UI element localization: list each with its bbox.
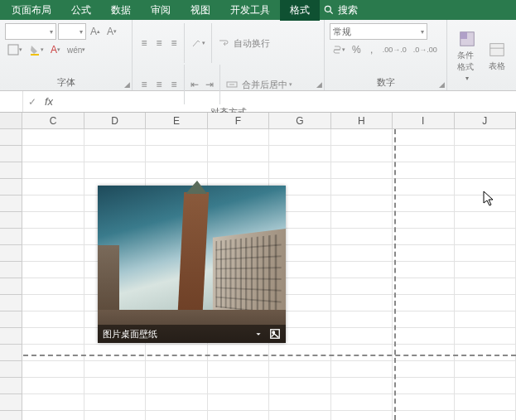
cell[interactable] [455,345,516,361]
cell[interactable] [393,278,454,295]
cell[interactable] [393,411,454,420]
worksheet-grid[interactable]: C D E F G H I J 图片桌面壁纸 [0,113,516,420]
cell[interactable] [146,345,207,361]
cell[interactable] [455,146,516,162]
align-center-icon[interactable]: ≡ [152,76,166,93]
cell[interactable] [208,394,269,411]
cell[interactable] [84,394,146,411]
search-label[interactable]: 搜索 [338,3,358,17]
format-table-button[interactable]: 表格 [483,39,511,74]
cell[interactable] [331,311,393,328]
merge-button[interactable] [224,76,240,93]
align-dialog-launcher[interactable]: ◢ [316,80,322,89]
cell[interactable] [331,162,393,179]
cell[interactable] [331,394,393,411]
cell[interactable] [331,229,393,245]
tab-data[interactable]: 数据 [101,0,141,21]
cell[interactable] [84,146,146,162]
cell[interactable] [393,212,454,229]
cell[interactable] [269,345,330,361]
cell[interactable] [331,179,393,196]
cell[interactable] [455,378,516,394]
percent-button[interactable]: % [350,41,364,58]
expand-icon[interactable] [269,328,281,340]
cell[interactable] [22,394,84,411]
tab-page-layout[interactable]: 页面布局 [2,0,61,21]
row-header[interactable] [0,295,22,311]
font-dialog-launcher[interactable]: ◢ [124,80,130,89]
row-header[interactable] [0,411,22,420]
decrease-font-icon[interactable]: A▾ [104,23,119,40]
orientation-button[interactable]: ▾ [188,35,208,51]
border-button[interactable]: ▾ [5,41,25,58]
cell[interactable] [22,278,84,295]
row-header[interactable] [0,378,22,394]
cell[interactable] [393,295,454,311]
cell[interactable] [455,411,516,420]
col-header[interactable]: C [22,113,84,128]
cell[interactable] [269,361,330,378]
cell[interactable] [269,378,330,394]
cell[interactable] [208,146,269,162]
cell[interactable] [22,345,84,361]
cell[interactable] [22,378,84,394]
cell[interactable] [22,162,84,179]
row-header[interactable] [0,129,22,146]
row-header[interactable] [0,196,22,212]
cell[interactable] [455,129,516,146]
row-header[interactable] [0,146,22,162]
cell[interactable] [455,311,516,328]
cell[interactable] [455,229,516,245]
cell[interactable] [208,361,269,378]
cell[interactable] [331,262,393,278]
cell[interactable] [84,411,146,420]
row-header[interactable] [0,328,22,345]
cell[interactable] [22,262,84,278]
cell[interactable] [393,378,454,394]
cell[interactable] [269,129,330,146]
cell[interactable] [22,361,84,378]
cell[interactable] [455,212,516,229]
cell[interactable] [146,411,207,420]
download-icon[interactable] [253,328,264,340]
tab-developer[interactable]: 开发工具 [220,0,280,21]
cell[interactable] [22,311,84,328]
cell[interactable] [208,162,269,179]
fx-icon[interactable]: fx [41,95,53,108]
cell[interactable] [393,311,454,328]
conditional-format-button[interactable]: 条件格式▾ [452,28,481,84]
tab-formulas[interactable]: 公式 [61,0,101,21]
cell[interactable] [393,245,454,262]
cell[interactable] [84,129,146,146]
cell[interactable] [269,162,330,179]
cell[interactable] [146,361,207,378]
wrap-text-button[interactable] [215,35,232,51]
increase-indent-icon[interactable]: ⇥ [203,76,216,93]
align-bottom-icon[interactable]: ≡ [167,35,181,51]
cell[interactable] [208,378,269,394]
cell[interactable] [208,129,269,146]
col-header[interactable]: D [84,113,146,128]
col-header[interactable]: I [393,113,454,128]
cell[interactable] [146,378,207,394]
cell[interactable] [84,162,146,179]
cell[interactable] [393,328,454,345]
cell[interactable] [331,245,393,262]
phonetic-button[interactable]: wén▾ [65,41,88,58]
cell[interactable] [393,196,454,212]
cell[interactable] [393,229,454,245]
cell[interactable] [455,394,516,411]
row-header[interactable] [0,162,22,179]
currency-button[interactable]: ▾ [330,41,348,58]
cell[interactable] [269,394,330,411]
cell[interactable] [146,146,207,162]
align-top-icon[interactable]: ≡ [137,35,151,51]
cell[interactable] [269,146,330,162]
cell[interactable] [146,129,207,146]
cell[interactable] [455,262,516,278]
cell[interactable] [146,394,207,411]
number-format-select[interactable]: 常规▾ [330,23,427,40]
cell[interactable] [455,245,516,262]
increase-font-icon[interactable]: A▴ [88,23,103,40]
cell[interactable] [393,262,454,278]
